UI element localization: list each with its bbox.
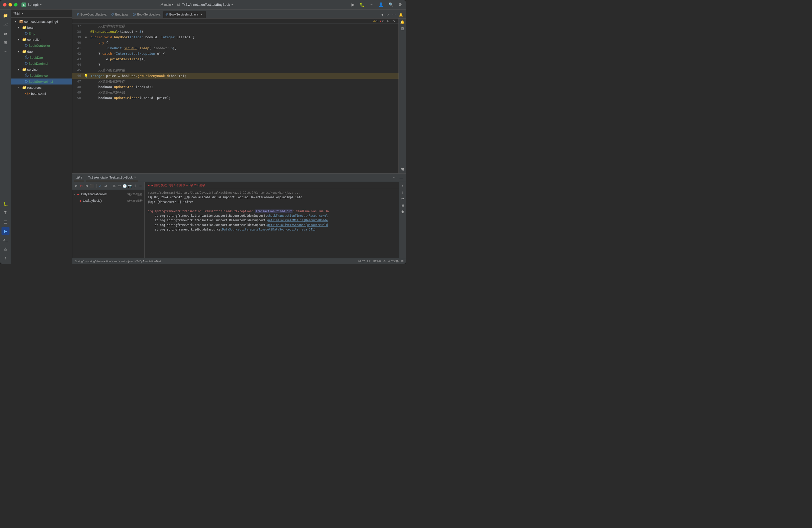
tabs-right: ▾ ⤢ ⋯ 🔔 [380,12,404,18]
tree-item-bean[interactable]: ▾ 📁 bean [11,25,72,30]
settings-icon[interactable]: ⚙ [397,2,403,8]
search-icon[interactable]: 🔍 [388,2,394,8]
sidebar-vcs-icon[interactable]: ↑ [1,254,10,262]
tree-label-emp: Emp [29,32,35,35]
tree-item-bookdao[interactable]: ▸ ⓘ BookDao [11,55,72,60]
sidebar-list-icon[interactable]: ☰ [1,218,10,226]
cr-trash-btn[interactable]: 🗑 [400,209,406,215]
tree-item-bookserviceimpl[interactable]: ▸ © BookServiceImpl [11,78,72,85]
tab-options-button[interactable]: ⋯ [391,12,397,17]
line-gutter-38 [84,29,88,34]
xml-icon: </> [25,91,30,96]
tab-emp[interactable]: © Emp.java [109,11,130,18]
cr-print-btn[interactable]: 🖨 [400,203,406,208]
caret-dao: ▾ [18,50,21,53]
cr-up-btn[interactable]: ↑ [400,183,406,189]
console-link-2[interactable]: getTimeToLiveInMillis(ResourceHolde [267,219,328,222]
tab-label-emp: Emp.java [115,13,128,16]
console-link-4[interactable]: DataSourceUtils.applyTimeout(DataSourceU… [222,228,316,231]
test-item-method[interactable]: ● testBuyBook() 5秒 286毫秒 [72,197,145,204]
left-sidebar-icons: 📁 ⎇ ⇄ ⊞ ⋯ 🐛 T ☰ ▶ >_ ⚠ ↑ [0,10,11,264]
tab-expand-button[interactable]: ⤢ [385,12,390,17]
test-item-class[interactable]: ▾ ● TxByAnnotationTest 5秒 286毫秒 [72,191,145,197]
run-camera-btn[interactable]: 📷 [128,183,132,189]
run-button[interactable]: ▶ [350,2,356,8]
line-num-47: 47 [72,79,84,84]
bottom-minimize-btn[interactable]: — [398,175,404,180]
bulb-icon[interactable]: 💡 [84,74,88,78]
console-header: ● ● 测试 失败: 1共 1 个测试 – 5秒 286毫秒 [145,182,399,189]
run-rerun-btn[interactable]: ↺ [74,183,78,189]
bottom-tab-run[interactable]: 运行 [74,174,84,181]
tree-item-resources[interactable]: ▸ 📁 resources [11,85,72,90]
console-line-1: 1月 02, 2024 9:24:42 上午 com.alibaba.druid… [148,195,396,200]
tab-list-button[interactable]: ▾ [380,12,384,17]
tree-item-dao[interactable]: ▾ 📁 dao [11,48,72,55]
sidebar-structure-icon[interactable]: ⊞ [1,39,10,46]
status-encoding[interactable]: UTF-8 [373,260,381,263]
code-line-42: 42 } catch (InterruptedException e) { [72,51,398,57]
tab-bookservice[interactable]: ⓘ BookService.java [130,11,163,18]
sidebar-error-icon[interactable]: ⚠ [1,245,10,253]
run-stop-btn[interactable]: ⬛ [90,183,94,189]
tree-label-beansxml: beans.xml [31,92,46,96]
run-cancel-btn[interactable]: ⊘ [104,183,108,189]
console-link-1[interactable]: checkTransactionTimeout(ResourceHol [267,214,328,218]
tree-item-service[interactable]: ▾ 📁 service [11,67,72,73]
line-code-43: e.printStackTrace(); [88,57,398,62]
minimize-button[interactable] [9,3,12,6]
tree-item-controller[interactable]: ▾ 📁 controller [11,36,72,43]
sidebar-format-icon[interactable]: T [1,209,10,217]
project-selector[interactable]: S Spring6 ▾ [21,2,42,7]
tree-item-bookservice[interactable]: ▸ ⓘ BookService [11,73,72,78]
status-indent[interactable]: 4 个空格 [388,259,399,263]
tree-item-bookcontroller[interactable]: ▸ © BookController [11,43,72,48]
debug-button[interactable]: 🐛 [359,2,365,8]
sidebar-run-icon[interactable]: ▶ [1,227,10,235]
cr-wrap-btn[interactable]: ⇌ [400,196,406,202]
bottom-tab-test[interactable]: TxByAnnotationTest.testBuyBook ✕ [86,174,138,181]
run-sort2-btn[interactable]: ⇈ [117,183,121,189]
tab-bookcontroller[interactable]: © BookController.java [74,11,109,18]
rs-database-btn[interactable]: 🗄 [400,26,405,31]
cr-down-btn[interactable]: ↓ [400,190,406,195]
bottom-tab-test-close[interactable]: ✕ [134,176,136,179]
tree-item-bookdaoimpl[interactable]: ▸ © BookDaoImpl [11,60,72,67]
code-scroll[interactable]: 37 //超时时间单位秒 38 @Transactional(timeou [72,24,398,173]
console-output[interactable]: /Users/codermast/Library/Java/JavaVirtua… [145,189,399,258]
tab-close-bookserviceimpl[interactable]: ✕ [200,13,203,16]
status-lf[interactable]: LF [367,260,371,263]
panel-header-dropdown[interactable]: ▾ [21,12,23,15]
sidebar-git-icon[interactable]: ⎇ [1,20,10,29]
console-link-3[interactable]: getTimeToLiveInSeconds(ResourceHold [267,223,328,227]
sidebar-folder-icon[interactable]: 📁 [1,12,10,19]
maximize-button[interactable] [14,3,17,6]
sidebar-debug-icon[interactable]: 🐛 [1,200,10,208]
bottom-more-btn[interactable]: ⋯ [392,175,397,180]
more-button[interactable]: ⋯ [368,2,375,8]
code-area: ⚠ 1 ● 2 ∧ ∨ [72,18,398,173]
close-button[interactable] [3,3,6,6]
tab-bookserviceimpl[interactable]: © BookServiceImpl.java ✕ [163,11,206,18]
notifications-button[interactable]: 🔔 [398,12,404,17]
tree-item-com[interactable]: ▾ 📦 com.codermast.spring6 [11,18,72,25]
warning-down-button[interactable]: ∨ [392,18,396,24]
status-position[interactable]: 46:37 [358,260,365,263]
branch-selector[interactable]: ⎇ main ▾ [159,3,173,7]
sidebar-diff-icon[interactable]: ⇄ [1,29,10,38]
run-toggle-btn[interactable]: ↻ [85,183,89,189]
run-rerun-fail-btn[interactable]: ↺ [79,183,84,189]
run-clock-btn[interactable]: 🕐 [122,183,127,189]
warning-up-button[interactable]: ∧ [386,18,390,24]
account-icon[interactable]: 👤 [377,2,385,8]
run-export-btn[interactable]: ⤴ [133,183,137,189]
sidebar-terminal-icon[interactable]: >_ [1,236,10,244]
tree-item-emp[interactable]: ▸ © Emp [11,30,72,36]
sidebar-more-icon[interactable]: ⋯ [1,47,10,56]
rs-m-btn[interactable]: m [400,166,405,172]
run-sort-btn[interactable]: ⇅ [112,183,116,189]
run-more-btn[interactable]: ⋯ [138,183,143,189]
rs-notifications-btn[interactable]: 🔔 [400,19,405,25]
run-pass-btn[interactable]: ✓ [99,183,103,189]
tree-item-beansxml[interactable]: ▸ </> beans.xml [11,90,72,97]
